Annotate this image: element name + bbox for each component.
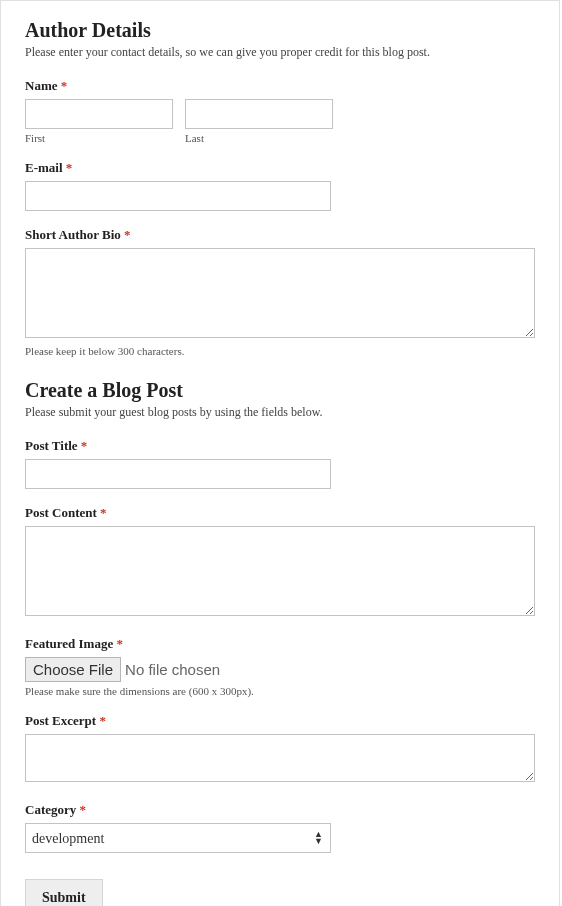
file-status-text: No file chosen xyxy=(125,661,220,678)
author-details-description: Please enter your contact details, so we… xyxy=(25,45,535,60)
required-marker: * xyxy=(100,505,107,520)
post-excerpt-field: Post Excerpt * xyxy=(25,713,535,786)
post-title-field: Post Title * xyxy=(25,438,535,489)
submit-button[interactable]: Submit xyxy=(25,879,103,906)
name-label: Name * xyxy=(25,78,535,94)
category-label: Category * xyxy=(25,802,535,818)
post-excerpt-textarea[interactable] xyxy=(25,734,535,782)
category-select[interactable]: development xyxy=(25,823,331,853)
post-content-textarea[interactable] xyxy=(25,526,535,616)
name-field: Name * First Last xyxy=(25,78,535,144)
bio-field: Short Author Bio * Please keep it below … xyxy=(25,227,535,357)
create-post-heading: Create a Blog Post xyxy=(25,379,535,402)
post-title-label: Post Title * xyxy=(25,438,535,454)
email-input[interactable] xyxy=(25,181,331,211)
featured-image-help-text: Please make sure the dimensions are (600… xyxy=(25,685,535,697)
email-label: E-mail * xyxy=(25,160,535,176)
form-container: Author Details Please enter your contact… xyxy=(0,0,560,906)
author-details-heading: Author Details xyxy=(25,19,535,42)
required-marker: * xyxy=(124,227,131,242)
required-marker: * xyxy=(81,438,88,453)
bio-textarea[interactable] xyxy=(25,248,535,338)
post-title-input[interactable] xyxy=(25,459,331,489)
bio-help-text: Please keep it below 300 characters. xyxy=(25,345,535,357)
required-marker: * xyxy=(99,713,106,728)
first-name-sublabel: First xyxy=(25,132,173,144)
featured-image-label: Featured Image * xyxy=(25,636,535,652)
bio-label: Short Author Bio * xyxy=(25,227,535,243)
post-excerpt-label: Post Excerpt * xyxy=(25,713,535,729)
choose-file-button[interactable]: Choose File xyxy=(25,657,121,682)
required-marker: * xyxy=(61,78,68,93)
required-marker: * xyxy=(80,802,87,817)
first-name-input[interactable] xyxy=(25,99,173,129)
required-marker: * xyxy=(66,160,73,175)
email-field: E-mail * xyxy=(25,160,535,211)
last-name-input[interactable] xyxy=(185,99,333,129)
post-content-label: Post Content * xyxy=(25,505,535,521)
post-content-field: Post Content * xyxy=(25,505,535,620)
featured-image-field: Featured Image * Choose File No file cho… xyxy=(25,636,535,697)
last-name-sublabel: Last xyxy=(185,132,333,144)
create-post-description: Please submit your guest blog posts by u… xyxy=(25,405,535,420)
required-marker: * xyxy=(116,636,123,651)
category-field: Category * development ▲▼ xyxy=(25,802,535,853)
